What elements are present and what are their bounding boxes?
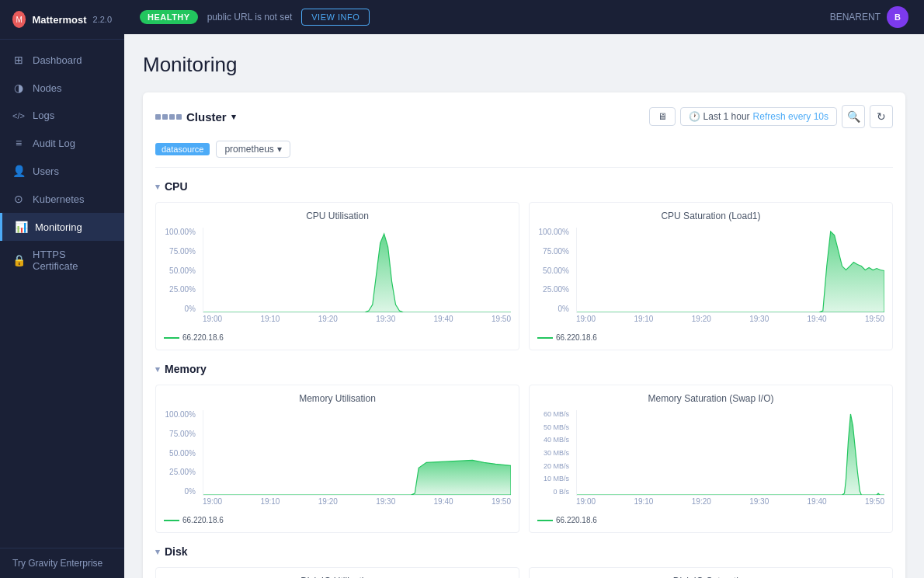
memory-utilisation-area: 100.00%75.00%50.00%25.00%0% xyxy=(164,410,511,511)
cpu-util-yaxis: 100.00%75.00%50.00%25.00%0% xyxy=(164,228,199,313)
cpu-util-chart-body xyxy=(203,228,511,313)
memory-utilisation-title: Memory Utilisation xyxy=(164,393,511,404)
memory-section-header[interactable]: ▾ Memory xyxy=(155,363,893,375)
sidebar-item-https-certificate[interactable]: 🔒 HTTPS Certificate xyxy=(0,241,124,280)
refresh-button[interactable]: ↻ xyxy=(870,105,893,128)
time-range-label: Last 1 hour xyxy=(703,111,750,122)
cpu-util-legend: 66.220.18.6 xyxy=(164,333,511,342)
monitoring-panel: Cluster ▾ 🖥 🕐 Last 1 hour Refresh every … xyxy=(143,92,905,578)
datasource-value: prometheus xyxy=(224,144,273,155)
health-status-badge: HEALTHY xyxy=(140,10,198,24)
dashboard-icon: ⊞ xyxy=(12,54,25,66)
legend-line xyxy=(164,337,179,339)
cpu-utilisation-chart: CPU Utilisation 100.00%75.00%50.00%25.00… xyxy=(155,202,519,350)
sidebar-item-label: Kubernetes xyxy=(33,193,85,205)
refresh-label: Refresh every 10s xyxy=(753,111,828,122)
mem-sat-xaxis: 19:0019:1019:2019:3019:4019:50 xyxy=(576,497,884,511)
cpu-sat-chart-body xyxy=(576,228,884,313)
cpu-charts-grid: CPU Utilisation 100.00%75.00%50.00%25.00… xyxy=(155,202,893,350)
kubernetes-icon: ⊙ xyxy=(12,193,25,205)
legend-line xyxy=(164,520,179,521)
sidebar-item-label: Dashboard xyxy=(33,54,82,66)
app-version: 2.2.0 xyxy=(93,15,112,24)
mem-sat-yaxis: 60 MB/s50 MB/s40 MB/s30 MB/s20 MB/s10 MB… xyxy=(537,410,572,496)
clock-icon: 🕐 xyxy=(689,111,700,122)
sidebar-item-nodes[interactable]: ◑ Nodes xyxy=(0,74,124,102)
disk-io-saturation-chart: Disk IO Saturation 100.00%75.00%50.00%25… xyxy=(529,567,893,578)
cpu-saturation-title: CPU Saturation (Load1) xyxy=(537,211,884,221)
topbar-user: BENARENT B xyxy=(830,6,908,28)
cpu-section-header[interactable]: ▾ CPU xyxy=(155,180,893,193)
mem-sat-chart-body xyxy=(576,410,884,496)
content-area: Monitoring Cluster ▾ 🖥 🕐 La xyxy=(124,34,924,578)
disk-section-label: Disk xyxy=(165,545,188,558)
panel-controls: 🖥 🕐 Last 1 hour Refresh every 10s 🔍 ↻ xyxy=(649,105,893,128)
sidebar-footer-label: Try Gravity Enterprise xyxy=(12,558,102,569)
cluster-selector[interactable]: Cluster ▾ xyxy=(155,110,236,124)
svg-marker-1 xyxy=(577,232,884,312)
cpu-section-label: CPU xyxy=(165,180,188,193)
sidebar-item-label: Users xyxy=(33,165,59,177)
sidebar-footer-gravity[interactable]: Try Gravity Enterprise xyxy=(0,548,124,578)
panel-header: Cluster ▾ 🖥 🕐 Last 1 hour Refresh every … xyxy=(155,105,893,128)
cpu-sat-xaxis: 19:0019:1019:2019:3019:4019:50 xyxy=(576,315,884,329)
audit-log-icon: ≡ xyxy=(12,137,25,149)
cpu-saturation-chart: CPU Saturation (Load1) 100.00%75.00%50.0… xyxy=(529,202,893,350)
cluster-label: Cluster xyxy=(186,110,227,124)
sidebar-item-logs[interactable]: </> Logs xyxy=(0,102,124,129)
svg-marker-0 xyxy=(203,234,511,312)
nodes-icon: ◑ xyxy=(12,82,25,94)
memory-chevron-icon: ▾ xyxy=(155,364,160,374)
svg-marker-3 xyxy=(577,414,884,495)
sidebar-item-audit-log[interactable]: ≡ Audit Log xyxy=(0,129,124,157)
sidebar-item-users[interactable]: 👤 Users xyxy=(0,157,124,185)
username-label: BENARENT xyxy=(830,12,881,23)
mem-util-yaxis: 100.00%75.00%50.00%25.00%0% xyxy=(164,410,199,496)
cluster-icon xyxy=(155,114,182,120)
user-avatar: B xyxy=(887,6,908,28)
sidebar-item-monitoring[interactable]: 📊 Monitoring xyxy=(0,213,124,241)
mem-sat-legend: 66.220.18.6 xyxy=(537,516,884,524)
sidebar-logo: M Mattermost 2.2.0 xyxy=(0,0,124,40)
search-button[interactable]: 🔍 xyxy=(842,105,865,128)
mem-util-chart-body xyxy=(203,410,511,496)
sidebar-item-label: Logs xyxy=(33,110,54,121)
datasource-dropdown[interactable]: prometheus ▾ xyxy=(216,141,290,158)
cpu-chevron-icon: ▾ xyxy=(155,182,160,192)
topbar: HEALTHY public URL is not set VIEW INFO … xyxy=(124,0,924,34)
datasource-tag: datasource xyxy=(155,143,210,155)
sidebar-item-kubernetes[interactable]: ⊙ Kubernetes xyxy=(0,185,124,213)
search-icon: 🔍 xyxy=(847,110,860,123)
logs-icon: </> xyxy=(12,111,25,120)
disk-section-header[interactable]: ▾ Disk xyxy=(155,545,893,558)
memory-section-label: Memory xyxy=(165,363,207,375)
sidebar-item-label: HTTPS Certificate xyxy=(33,249,112,272)
cpu-sat-legend-label: 66.220.18.6 xyxy=(556,333,597,342)
mem-sat-legend-label: 66.220.18.6 xyxy=(556,516,597,524)
cpu-util-xaxis: 19:0019:1019:2019:3019:4019:50 xyxy=(203,315,511,329)
app-logo-icon: M xyxy=(12,11,26,28)
sidebar-item-dashboard[interactable]: ⊞ Dashboard xyxy=(0,46,124,74)
users-icon: 👤 xyxy=(12,165,25,177)
public-url-notice: public URL is not set xyxy=(207,12,293,23)
page-title: Monitoring xyxy=(143,53,905,77)
disk-io-utilisation-chart: Disk IO Utilisation 100.00%75.00%50.00%2… xyxy=(155,567,519,578)
screen-button[interactable]: 🖥 xyxy=(649,107,676,126)
screen-icon: 🖥 xyxy=(658,111,667,122)
cpu-utilisation-title: CPU Utilisation xyxy=(164,211,511,221)
https-certificate-icon: 🔒 xyxy=(12,254,25,266)
disk-charts-grid: Disk IO Utilisation 100.00%75.00%50.00%2… xyxy=(155,567,893,578)
main-area: HEALTHY public URL is not set VIEW INFO … xyxy=(124,0,924,578)
mem-util-legend: 66.220.18.6 xyxy=(164,516,511,524)
app-name: Mattermost xyxy=(32,14,86,26)
time-range-button[interactable]: 🕐 Last 1 hour Refresh every 10s xyxy=(680,107,837,126)
memory-utilisation-chart: Memory Utilisation 100.00%75.00%50.00%25… xyxy=(155,385,519,533)
sidebar-item-label: Nodes xyxy=(33,82,62,94)
cpu-sat-legend: 66.220.18.6 xyxy=(537,333,884,342)
monitoring-icon: 📊 xyxy=(15,221,27,233)
memory-saturation-area: 60 MB/s50 MB/s40 MB/s30 MB/s20 MB/s10 MB… xyxy=(537,410,884,511)
cpu-sat-yaxis: 100.00%75.00%50.00%25.00%0% xyxy=(537,228,572,313)
cpu-utilisation-area: 100.00%75.00%50.00%25.00%0% xyxy=(164,228,511,329)
view-info-button[interactable]: VIEW INFO xyxy=(301,9,370,26)
disk-chevron-icon: ▾ xyxy=(155,547,160,557)
